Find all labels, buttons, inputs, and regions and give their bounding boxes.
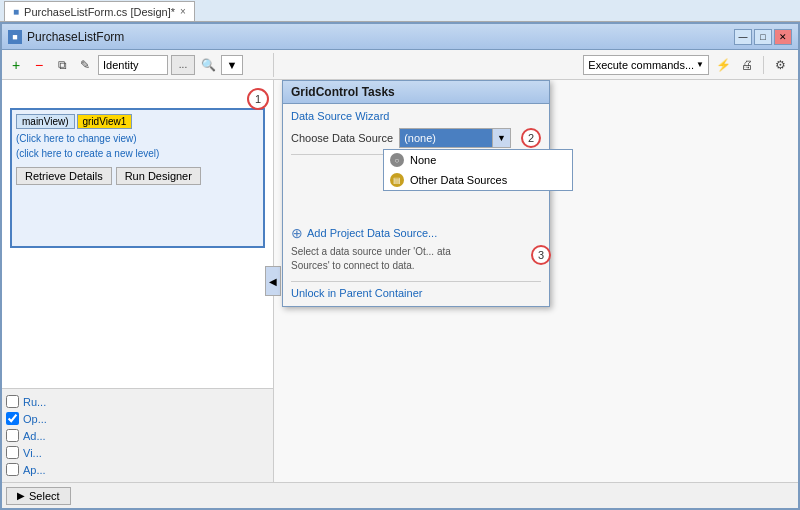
check-label-5: Ap...: [23, 464, 46, 476]
window-titlebar: ■ PurchaseListForm — □ ✕: [2, 24, 798, 50]
toolbar-separator2: [763, 56, 764, 74]
checkbox-1[interactable]: [6, 395, 19, 408]
main-view-label: mainView): [22, 116, 69, 127]
step2-badge: 2: [521, 128, 541, 148]
choose-label: Choose Data Source: [291, 132, 393, 144]
datasource-dropdown-list: ○ None ▤ Other Data Sources: [383, 149, 573, 191]
identity-label: Identity: [103, 59, 138, 71]
hint-line2: Sources' to connect to data.: [291, 260, 415, 271]
check-row-3: Ad...: [6, 427, 269, 444]
choose-datasource-row: Choose Data Source (none) ▼ 2: [291, 128, 541, 148]
hint-text: Select a data source under 'Ot... ata So…: [291, 245, 451, 273]
datasource-dropdown[interactable]: (none) ▼: [399, 128, 511, 148]
toolbar-dropdown-arrow[interactable]: ▼: [221, 55, 243, 75]
copy-button[interactable]: ⧉: [52, 55, 72, 75]
left-lower-panel: Ru... Op... Ad... Vi... Ap...: [2, 388, 273, 482]
remove-button[interactable]: −: [29, 55, 49, 75]
check-label-1: Ru...: [23, 396, 46, 408]
add-datasource-row: ⊕ Add Project Data Source...: [291, 225, 541, 241]
main-view-tab[interactable]: mainView): [16, 114, 75, 129]
content-area: 1 mainView) gridView1 (Click here to cha…: [2, 80, 798, 482]
design-surface: 1 mainView) gridView1 (Click here to cha…: [2, 80, 273, 388]
execute-arrow-icon: ▼: [696, 60, 704, 69]
grid-view1-tab[interactable]: gridView1: [77, 114, 133, 129]
tasks-content: Data Source Wizard Choose Data Source (n…: [283, 104, 549, 306]
edit-button[interactable]: ✎: [75, 55, 95, 75]
new-level-hint[interactable]: (click here to create a new level): [16, 148, 259, 159]
tasks-popup: GridControl Tasks Data Source Wizard Cho…: [282, 80, 550, 307]
check-row-2: Op...: [6, 410, 269, 427]
tab-close[interactable]: ×: [180, 6, 186, 17]
check-row-4: Vi...: [6, 444, 269, 461]
tab-label: PurchaseListForm.cs [Design]*: [24, 6, 175, 18]
select-label: Select: [29, 490, 60, 502]
check-label-4: Vi...: [23, 447, 42, 459]
retrieve-details-button[interactable]: Retrieve Details: [16, 167, 112, 185]
dropdown-item-other[interactable]: ▤ Other Data Sources: [384, 170, 572, 190]
tasks-header: GridControl Tasks: [283, 81, 549, 104]
minimize-button[interactable]: —: [734, 29, 752, 45]
maximize-button[interactable]: □: [754, 29, 772, 45]
close-button[interactable]: ✕: [774, 29, 792, 45]
dropdown-item-none[interactable]: ○ None: [384, 150, 572, 170]
run-designer-button[interactable]: Run Designer: [116, 167, 201, 185]
right-panel: GridControl Tasks Data Source Wizard Cho…: [274, 80, 798, 482]
data-source-wizard-link[interactable]: Data Source Wizard: [291, 110, 541, 122]
add-datasource-link[interactable]: Add Project Data Source...: [307, 227, 437, 239]
toolbar-row: + − ⧉ ✎ Identity ... 🔍 ▼ Execute command…: [2, 50, 798, 80]
window-title-text: PurchaseListForm: [27, 30, 124, 44]
search-button[interactable]: 🔍: [198, 55, 218, 75]
execute-label: Execute commands...: [588, 59, 694, 71]
checkbox-2[interactable]: [6, 412, 19, 425]
active-tab[interactable]: ■ PurchaseListForm.cs [Design]* ×: [4, 1, 195, 21]
other-sources-icon: ▤: [390, 173, 404, 187]
ellipsis-button[interactable]: ...: [171, 55, 195, 75]
checkbox-4[interactable]: [6, 446, 19, 459]
toolbar-icon2[interactable]: 🖨: [737, 55, 757, 75]
status-bar: ▶ Select: [2, 482, 798, 508]
select-icon: ▶: [17, 490, 25, 501]
step3-badge: 3: [531, 245, 551, 265]
other-sources-label: Other Data Sources: [410, 174, 507, 186]
check-label-2: Op...: [23, 413, 47, 425]
checkbox-3[interactable]: [6, 429, 19, 442]
unlock-link[interactable]: Unlock in Parent Container: [291, 287, 422, 299]
grid-view1-label: gridView1: [83, 116, 127, 127]
check-label-3: Ad...: [23, 430, 46, 442]
add-datasource-icon: ⊕: [291, 225, 303, 241]
select-button[interactable]: ▶ Select: [6, 487, 71, 505]
left-panel: 1 mainView) gridView1 (Click here to cha…: [2, 80, 274, 482]
expand-button[interactable]: ◀: [265, 266, 281, 296]
checkbox-5[interactable]: [6, 463, 19, 476]
add-button[interactable]: +: [6, 55, 26, 75]
toolbar-icon1[interactable]: ⚡: [713, 55, 733, 75]
execute-commands-dropdown[interactable]: Execute commands... ▼: [583, 55, 709, 75]
check-row-1: Ru...: [6, 393, 269, 410]
check-row-5: Ap...: [6, 461, 269, 478]
step1-badge: 1: [247, 88, 269, 110]
hint-line1: Select a data source under 'Ot... ata: [291, 246, 451, 257]
datasource-arrow-btn[interactable]: ▼: [492, 129, 510, 147]
toolbar-icon3[interactable]: ⚙: [770, 55, 790, 75]
datasource-value: (none): [400, 129, 492, 147]
grid-view-area[interactable]: mainView) gridView1 (Click here to chang…: [10, 108, 265, 248]
identity-box: Identity: [98, 55, 168, 75]
window-icon: ■: [8, 30, 22, 44]
none-label: None: [410, 154, 436, 166]
main-window: ■ PurchaseListForm — □ ✕ + − ⧉ ✎ Identit…: [0, 22, 800, 510]
none-icon: ○: [390, 153, 404, 167]
change-view-hint[interactable]: (Click here to change view): [16, 133, 259, 144]
